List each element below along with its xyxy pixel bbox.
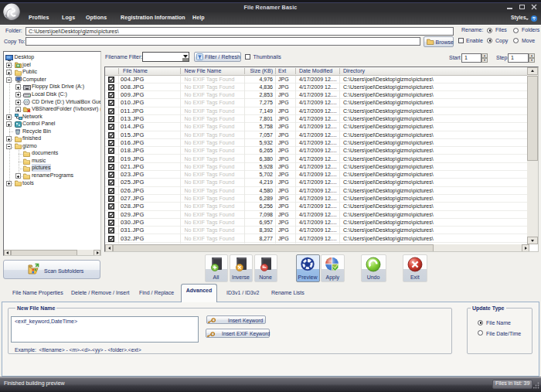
svg-text:?: ?	[532, 16, 536, 21]
